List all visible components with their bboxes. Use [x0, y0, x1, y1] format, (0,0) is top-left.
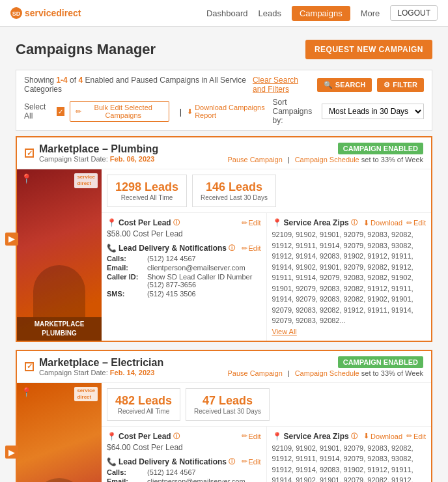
edit-icon-zips: ✏: [406, 219, 412, 227]
download-zips-link-electrician[interactable]: ⬇ Download: [363, 432, 402, 440]
info-icon-delivery: ⓘ: [229, 244, 235, 253]
campaign-body-plumbing: servicedirect 📍 MARKETPLACEPLUMBING: [17, 169, 431, 341]
page-header: Campaigns Manager REQUEST NEW CAMPAIGN: [16, 40, 432, 59]
callerid-label-plumbing: Caller ID:: [107, 273, 145, 289]
stat-number-all-time-electrician: 482 Leads: [115, 394, 172, 408]
calls-value-electrician: (512) 124 4567: [147, 468, 196, 476]
zips-title-plumbing: 📍 Service Area Zips ⓘ: [272, 218, 357, 227]
email-label-electrician: Email:: [107, 477, 145, 483]
pause-campaign-link-electrician[interactable]: Pause Campaign: [227, 369, 282, 377]
delivery-details-plumbing: Calls: (512) 124 4567 Email: clientperso…: [107, 255, 261, 298]
nav-more[interactable]: More: [361, 8, 380, 18]
img-brand-label-2: servicedirect: [74, 387, 98, 402]
phone-icon-delivery: 📞: [107, 244, 117, 253]
search-button[interactable]: 🔍 SEARCH: [317, 78, 372, 92]
cost-section-electrician: 📍 Cost Per Lead ⓘ ✏ Edit $64.00 Cost Per…: [107, 432, 261, 452]
stat-label-30day-electrician: Received Last 30 Days: [194, 408, 261, 415]
edit-delivery-link-plumbing[interactable]: ✏ Edit: [242, 244, 261, 253]
edit-icon-cost-2: ✏: [242, 432, 247, 440]
campaign-card-electrician: ✓ Marketplace – Electrician Campaign Sta…: [16, 350, 432, 483]
clear-filters-link[interactable]: Clear Search and Filters: [253, 76, 312, 94]
nav-dashboard[interactable]: Dashboard: [206, 8, 248, 18]
nav-campaigns[interactable]: Campaigns: [292, 6, 350, 21]
schedule-link-plumbing[interactable]: Campaign Schedule: [295, 156, 359, 163]
schedule-link-electrician[interactable]: Campaign Schedule: [295, 369, 359, 377]
img-overlay: MARKETPLACEPLUMBING: [17, 317, 102, 341]
svg-text:SD: SD: [12, 10, 21, 17]
delivery-title-electrician: 📞 Lead Delivery & Notifications ⓘ: [107, 457, 235, 466]
search-icon: 🔍: [324, 81, 333, 89]
campaign-status-electrician: CAMPAIGN ENABLED Pause Campaign | Campai…: [227, 356, 423, 377]
nav-leads[interactable]: Leads: [259, 8, 281, 18]
campaign-right-plumbing: 1298 Leads Received All Time 146 Leads R…: [102, 169, 431, 341]
sort-select[interactable]: Most Leads in 30 Days: [322, 104, 424, 119]
delivery-details-electrician: Calls: (512) 124 4567 Email: clientperso…: [107, 468, 261, 483]
stat-label-all-time-electrician: Received All Time: [115, 408, 172, 415]
zips-text-plumbing: 92109, 91902, 91901, 92079, 92083, 92082…: [272, 229, 427, 326]
map-icon-cost: 📍: [107, 218, 117, 227]
page-content: Campaigns Manager REQUEST NEW CAMPAIGN S…: [0, 27, 448, 482]
status-actions-plumbing: Pause Campaign | Campaign Schedule set t…: [227, 156, 423, 163]
select-all-checkbox[interactable]: ✓: [57, 107, 64, 116]
bulk-edit-button[interactable]: ✏ Bulk Edit Selected Campaigns: [70, 101, 169, 122]
edit-zips-link-plumbing[interactable]: ✏ Edit: [406, 219, 426, 227]
campaign-header-left-electrician: ✓ Marketplace – Electrician Campaign Sta…: [25, 357, 163, 376]
pause-campaign-link-plumbing[interactable]: Pause Campaign: [227, 156, 282, 163]
campaign-date-plumbing: Campaign Start Date: Feb. 06, 2023: [39, 155, 158, 163]
status-actions-electrician: Pause Campaign | Campaign Schedule set t…: [227, 369, 423, 377]
cost-title-electrician: 📍 Cost Per Lead ⓘ: [107, 432, 180, 441]
campaign-checkbox-plumbing[interactable]: ✓: [25, 149, 34, 158]
edit-cost-link-electrician[interactable]: ✏ Edit: [242, 432, 261, 440]
side-arrow-plumbing: ▶: [5, 233, 18, 246]
calls-label-electrician: Calls:: [107, 468, 145, 476]
stat-label-all-time-plumbing: Received All Time: [115, 194, 178, 201]
campaign-header-plumbing: ✓ Marketplace – Plumbing Campaign Start …: [17, 137, 431, 169]
edit-zips-link-electrician[interactable]: ✏ Edit: [406, 432, 426, 440]
email-value-plumbing: clientperson@emailserver.com: [147, 264, 245, 272]
delivery-section-plumbing: 📞 Lead Delivery & Notifications ⓘ ✏ Edit: [107, 244, 261, 298]
filter-icon: ⚙: [384, 81, 390, 89]
toolbar-left: Select All ✓ ✏ Bulk Edit Selected Campai…: [24, 101, 273, 122]
download-campaigns-link[interactable]: ⬇ Download Campaigns Report: [187, 104, 272, 119]
delivery-title-plumbing: 📞 Lead Delivery & Notifications ⓘ: [107, 244, 235, 253]
status-badge-plumbing: CAMPAIGN ENABLED: [338, 143, 423, 154]
filter-button[interactable]: ⚙ FILTER: [377, 78, 424, 92]
zips-section-electrician: 📍 Service Area Zips ⓘ ⬇ Download: [267, 427, 432, 483]
view-all-zips-plumbing[interactable]: View All: [272, 328, 427, 335]
email-value-electrician: clientperson@emailserver.com: [147, 477, 245, 483]
campaign-status-plumbing: CAMPAIGN ENABLED Pause Campaign | Campai…: [227, 143, 423, 163]
arrow-right-icon[interactable]: ▶: [5, 233, 18, 246]
campaign-title-plumbing: Marketplace – Plumbing: [39, 143, 158, 155]
campaign-header-left: ✓ Marketplace – Plumbing Campaign Start …: [25, 143, 158, 163]
nav: Dashboard Leads Campaigns More LOGOUT: [206, 5, 438, 21]
calls-label-plumbing: Calls:: [107, 255, 145, 262]
stat-number-30day-electrician: 47 Leads: [194, 394, 261, 408]
edit-icon-delivery-2: ✏: [242, 457, 247, 466]
location-pin-icon: 📍: [21, 173, 32, 184]
arrow-right-icon-2[interactable]: ▶: [5, 446, 18, 459]
showing-text: Showing 1-4 of 4 Enabled and Paused Camp…: [24, 76, 253, 94]
request-campaign-button[interactable]: REQUEST NEW CAMPAIGN: [305, 40, 432, 59]
info-icon-cost-2: ⓘ: [173, 432, 180, 441]
logout-button[interactable]: LOGOUT: [390, 5, 438, 21]
stat-all-time-electrician: 482 Leads Received All Time: [107, 388, 180, 421]
edit-cost-link-plumbing[interactable]: ✏ Edit: [242, 219, 261, 227]
campaign-image-electrician: servicedirect 📍 MARKETPLACEELECTRICIAN: [17, 383, 102, 483]
stats-row-electrician: 482 Leads Received All Time 47 Leads Rec…: [102, 383, 431, 427]
email-label-plumbing: Email:: [107, 264, 145, 272]
stats-row-plumbing: 1298 Leads Received All Time 146 Leads R…: [102, 169, 431, 213]
stat-number-30day-plumbing: 146 Leads: [201, 180, 268, 194]
select-all-label: Select All: [24, 102, 51, 120]
stat-30day-plumbing: 146 Leads Received Last 30 Days: [192, 175, 276, 207]
campaign-card-plumbing: ✓ Marketplace – Plumbing Campaign Start …: [16, 136, 432, 342]
status-badge-electrician: CAMPAIGN ENABLED: [338, 356, 423, 368]
edit-delivery-link-electrician[interactable]: ✏ Edit: [242, 457, 261, 466]
download-icon-zips: ⬇: [363, 219, 369, 227]
worker-silhouette-2: [33, 478, 85, 482]
download-zips-link-plumbing[interactable]: ⬇ Download: [363, 219, 402, 227]
campaign-plumbing-wrapper: ▶ ✓ Marketplace – Plumbing Campaign Star…: [16, 136, 432, 342]
toolbar-bottom: Select All ✓ ✏ Bulk Edit Selected Campai…: [24, 98, 424, 125]
campaign-checkbox-electrician[interactable]: ✓: [25, 362, 34, 371]
header: SD servicedirect Dashboard Leads Campaig…: [0, 0, 448, 27]
info-icon-zips: ⓘ: [351, 218, 357, 227]
